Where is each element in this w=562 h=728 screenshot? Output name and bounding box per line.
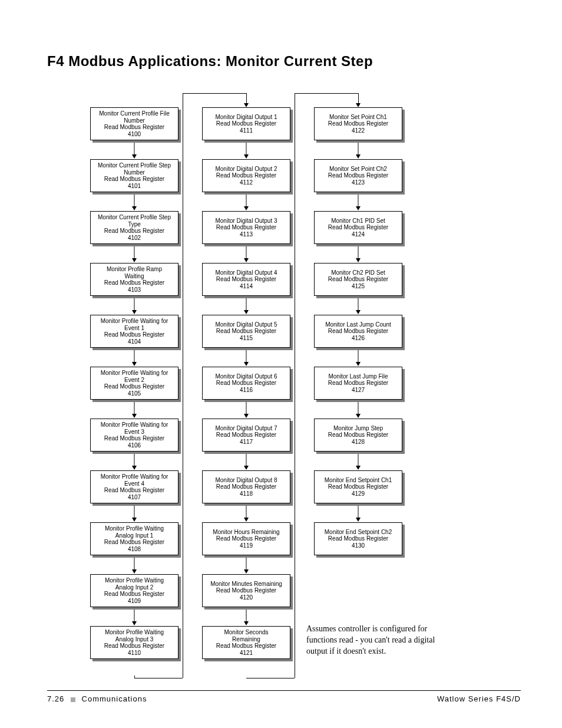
flow-box-line: Monitor Profile Waiting for — [101, 318, 168, 325]
arrowhead-icon — [244, 569, 249, 574]
arrowhead-icon — [132, 466, 137, 470]
flow-box-line: Event 2 — [124, 377, 144, 384]
flow-box-line: Monitor Profile Ramp — [107, 266, 162, 273]
flow-box-line: Read Modbus Register — [216, 120, 276, 127]
flow-box-line: Monitor End Setpoint Ch2 — [325, 529, 392, 536]
flow-box-line: Read Modbus Register — [104, 228, 164, 235]
arrowhead-icon — [356, 206, 361, 210]
arrowhead-icon — [132, 518, 137, 522]
flow-box-line: Waiting — [125, 273, 144, 280]
flow-box: Monitor Profile Waiting forEvent 4Read M… — [90, 470, 178, 503]
flow-box: Monitor Digital Output 3Read Modbus Regi… — [202, 211, 290, 244]
flow-box: Monitor Digital Output 5Read Modbus Regi… — [202, 315, 290, 348]
arrowhead-icon — [356, 154, 361, 159]
flow-box-line: 4119 — [240, 542, 253, 549]
flow-box-line: Monitor Digital Output 5 — [215, 321, 277, 328]
arrowhead-icon — [244, 310, 249, 314]
flow-box-line: Number — [124, 169, 145, 176]
arrowhead-icon — [356, 362, 361, 366]
flow-box-line: Read Modbus Register — [104, 435, 164, 442]
page-footer: 7.26 Communications Watlow Series F4S/D — [47, 690, 521, 703]
flow-box-line: Read Modbus Register — [104, 176, 164, 183]
flow-column-2: Monitor Digital Output 1Read Modbus Regi… — [194, 107, 298, 678]
flow-box-line: 4114 — [240, 283, 253, 290]
page-title: F4 Modbus Applications: Monitor Current … — [47, 53, 521, 70]
flow-box-line: Monitor Last Jump File — [328, 373, 388, 380]
flow-box-line: 4110 — [128, 650, 141, 657]
flow-box-line: Monitor Set Point Ch2 — [329, 166, 387, 173]
flow-box: Monitor Current Profile FileNumberRead M… — [90, 107, 178, 140]
flow-box-line: Monitor Ch2 PID Set — [331, 269, 385, 276]
flow-box-line: 4127 — [352, 387, 365, 394]
flow-box-line: Monitor Digital Output 4 — [215, 269, 277, 276]
arrowhead-icon — [244, 206, 249, 210]
flow-box-line: Read Modbus Register — [328, 431, 388, 439]
flow-box-line: Read Modbus Register — [216, 172, 276, 179]
arrowhead-icon — [244, 518, 249, 522]
flow-box-line: Read Modbus Register — [216, 380, 276, 387]
arrowhead-icon — [132, 414, 137, 418]
flow-box-line: 4121 — [240, 650, 253, 657]
flow-box-line: Read Modbus Register — [104, 279, 164, 286]
flow-box: Monitor Profile WaitingAnalog Input 3Rea… — [90, 626, 178, 659]
flow-box-line: Read Modbus Register — [104, 487, 164, 494]
flow-box-line: Read Modbus Register — [328, 172, 388, 179]
flow-box-line: Type — [128, 221, 141, 228]
flow-box: Monitor End Setpoint Ch2Read Modbus Regi… — [314, 522, 402, 555]
flow-box-line: Monitor Profile Waiting — [105, 577, 164, 584]
arrowhead-icon — [132, 258, 137, 262]
arrowhead-icon — [244, 414, 249, 418]
flow-box: Monitor Digital Output 7Read Modbus Regi… — [202, 419, 290, 452]
connector-line — [246, 678, 295, 678]
flow-box-line: Read Modbus Register — [328, 276, 388, 283]
separator-icon — [71, 697, 75, 702]
flow-box: Monitor Digital Output 1Read Modbus Regi… — [202, 107, 290, 140]
arrowhead-icon — [132, 569, 137, 574]
connector-line — [358, 93, 359, 104]
flow-box-line: 4106 — [128, 442, 141, 449]
arrowhead-icon — [132, 362, 137, 366]
flow-box-line: Monitor Current Profile Step — [98, 162, 171, 169]
connector-line — [246, 93, 247, 104]
flow-box-line: 4130 — [352, 542, 365, 549]
flow-box-line: Read Modbus Register — [104, 591, 164, 598]
flow-box-line: Monitor Digital Output 1 — [215, 114, 277, 121]
flow-box-line: Read Modbus Register — [328, 328, 388, 335]
arrowhead-icon — [356, 103, 361, 107]
arrowhead-icon — [244, 621, 249, 625]
flow-box-line: 4126 — [352, 335, 365, 342]
flow-box: Monitor Current Profile StepTypeRead Mod… — [90, 211, 178, 244]
flow-box-line: 4120 — [240, 594, 253, 601]
arrowhead-icon — [244, 154, 249, 159]
flow-box-line: Monitor Profile Waiting for — [101, 421, 168, 429]
flow-box-line: Remaining — [232, 636, 260, 643]
flow-box: Monitor Last Jump FileRead Modbus Regist… — [314, 367, 402, 400]
flow-box-line: 4107 — [128, 494, 141, 501]
flow-box-line: Monitor Minutes Remaining — [210, 581, 282, 588]
flow-box-line: Monitor Last Jump Count — [325, 321, 391, 328]
flow-box-line: 4129 — [352, 490, 365, 498]
flow-box: Monitor Digital Output 2Read Modbus Regi… — [202, 159, 290, 192]
flow-box-line: 4117 — [240, 439, 253, 446]
flow-box: Monitor Current Profile StepNumberRead M… — [90, 159, 178, 192]
flow-column-1: Monitor Current Profile FileNumberRead M… — [82, 107, 186, 678]
series-name: Watlow Series F4S/D — [437, 694, 521, 703]
connector-line — [183, 93, 246, 94]
page-number: 7.26 — [47, 694, 64, 703]
flow-box-line: Monitor Digital Output 2 — [215, 166, 277, 173]
flow-box-line: 4116 — [240, 387, 253, 394]
flow-box-line: Monitor Ch1 PID Set — [331, 218, 385, 225]
flow-box-line: Monitor Seconds — [224, 629, 268, 636]
flow-box-line: Analog Input 1 — [115, 532, 154, 539]
flow-box: Monitor SecondsRemainingRead Modbus Regi… — [202, 626, 290, 659]
flow-box-line: Read Modbus Register — [328, 483, 388, 490]
flow-box: Monitor Set Point Ch1Read Modbus Registe… — [314, 107, 402, 140]
flow-box-line: Monitor End Setpoint Ch1 — [325, 477, 392, 484]
connector-line — [134, 678, 183, 678]
flow-box-line: 4115 — [240, 335, 253, 342]
flow-box-line: Read Modbus Register — [104, 124, 164, 131]
flow-box-line: 4123 — [352, 179, 365, 186]
connector-line — [295, 93, 358, 94]
flow-box-line: Event 4 — [124, 480, 144, 487]
flow-box-line: Monitor Hours Remaining — [213, 529, 279, 536]
